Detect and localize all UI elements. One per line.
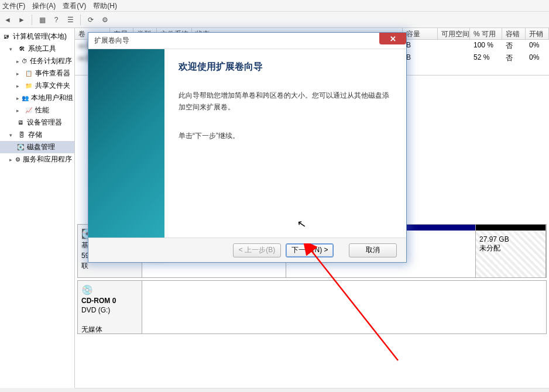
tree-label: 本地用户和组 [31,93,73,103]
tools-icon: 🛠 [18,45,26,53]
cell: 0% [526,41,549,51]
tree-label: 服务和应用程序 [23,154,72,164]
menu-file[interactable]: 文件(F) [2,1,25,10]
tree-label: 计算机管理(本地) [13,32,67,42]
expander-icon: ▸ [16,108,22,114]
toolbar: ◄ ► ▦ ? ☰ ⟳ ⚙ [0,12,549,28]
cell [438,41,470,51]
tree-label: 设备管理器 [27,118,62,128]
status-bar [75,388,549,392]
col-pct[interactable]: % 可用 [470,28,502,39]
cdrom-name: CD-ROM 0 [81,297,138,305]
storage-icon: 🗄 [18,131,26,139]
menu-action[interactable]: 操作(A) [32,1,56,10]
list-icon[interactable]: ☰ [65,15,76,25]
partition-status: 未分配 [479,243,542,253]
tree-label: 系统工具 [28,44,56,54]
cdrom-row: 💿 CD-ROM 0 DVD (G:) 无媒体 [77,280,547,334]
wizard-paragraph: 单击“下一步”继续。 [179,130,392,142]
cdrom-icon: 💿 [81,284,138,295]
clock-icon: ⏱ [22,57,28,66]
dialog-title: 扩展卷向导 [94,36,129,46]
dialog-titlebar[interactable]: 扩展卷向导 ✕ [88,33,406,49]
tree-label: 共享文件夹 [35,81,70,91]
expander-icon: ▸ [16,83,22,89]
cdrom-drive: DVD (G:) [81,306,138,314]
cdrom-status: 无媒体 [81,325,138,335]
partition-bar [476,225,545,231]
menu-help[interactable]: 帮助(H) [93,1,117,10]
separator [80,15,81,25]
tree-label: 任务计划程序 [30,56,72,66]
col-cap[interactable]: 容量 [403,28,438,39]
expander-icon: ▸ [16,95,19,101]
device-icon: 🖥 [16,119,25,127]
cell: B [403,53,438,63]
col-over[interactable]: 开销 [526,28,549,39]
partition-size: 27.97 GB [479,235,542,243]
properties-icon[interactable]: ▦ [37,15,47,25]
cell: 0% [526,53,549,63]
close-button[interactable]: ✕ [379,33,406,44]
col-free[interactable]: 可用空间 [438,28,470,39]
partition-unallocated[interactable]: 27.97 GB 未分配 [476,225,546,277]
col-fault[interactable]: 容错 [502,28,526,39]
tree-services[interactable]: ▸⚙服务和应用程序 [0,153,74,166]
expander-icon: ▾ [9,132,15,138]
nav-fwd-icon[interactable]: ► [16,15,27,25]
separator [32,15,32,25]
extend-volume-wizard: 扩展卷向导 ✕ 欢迎使用扩展卷向导 此向导帮助您增加简单卷和跨区卷的大小。您可以… [88,32,407,263]
cell: 否 [502,53,526,63]
perf-icon: 📈 [25,106,33,115]
tree-systools[interactable]: ▾🛠系统工具 [0,43,74,55]
cell [438,53,470,63]
cell: 100 % [470,41,502,51]
cdrom-label[interactable]: 💿 CD-ROM 0 DVD (G:) 无媒体 [78,281,142,333]
nav-back-icon[interactable]: ◄ [2,15,13,25]
refresh-icon[interactable]: ⟳ [85,15,96,25]
disk-icon: 💽 [16,143,25,152]
cancel-button[interactable]: 取消 [349,243,397,257]
tree-label: 事件查看器 [35,68,70,78]
expander-icon: ▾ [9,46,15,52]
wizard-content: 欢迎使用扩展卷向导 此向导帮助您增加简单卷和跨区卷的大小。您可以通过从其他磁盘添… [164,49,406,238]
cell: 52 % [470,53,502,63]
cell: B [403,41,438,51]
menu-view[interactable]: 查看(V) [63,1,86,10]
expander-icon: ▸ [16,59,19,64]
tree-diskmgmt[interactable]: 💽磁盘管理 [0,141,74,153]
expander-icon: ▸ [16,71,22,77]
folder-icon: 📁 [25,82,33,90]
wizard-sidebar-image [88,49,164,238]
tree-shared[interactable]: ▸📁共享文件夹 [0,80,74,92]
tree-storage[interactable]: ▾🗄存储 [0,129,74,141]
tree-root[interactable]: 🖳计算机管理(本地) [0,30,74,43]
next-button[interactable]: 下一步(N) > [286,243,334,257]
expander-icon: ▸ [9,157,13,163]
wizard-paragraph: 此向导帮助您增加简单卷和跨区卷的大小。您可以通过从其他磁盘添加空间来扩展卷。 [179,90,392,114]
tree-localusers[interactable]: ▸👥本地用户和组 [0,92,74,104]
help-icon[interactable]: ? [51,15,61,25]
tree-label: 磁盘管理 [27,142,55,152]
back-button: < 上一步(B) [233,243,281,257]
tree-label: 存储 [28,130,42,140]
settings-icon[interactable]: ⚙ [99,15,110,25]
tree-perf[interactable]: ▸📈性能 [0,104,74,116]
tree-eventviewer[interactable]: ▸📋事件查看器 [0,67,74,80]
cell: 否 [502,41,526,51]
menu-bar: 文件(F) 操作(A) 查看(V) 帮助(H) [0,0,549,12]
tree-devmgr[interactable]: 🖥设备管理器 [0,116,74,129]
nav-tree: 🖳计算机管理(本地) ▾🛠系统工具 ▸⏱任务计划程序 ▸📋事件查看器 ▸📁共享文… [0,28,75,388]
services-icon: ⚙ [15,156,20,164]
event-icon: 📋 [25,70,33,78]
wizard-buttonbar: < 上一步(B) 下一步(N) > 取消 [88,238,406,262]
computer-icon: 🖳 [2,33,11,41]
wizard-heading: 欢迎使用扩展卷向导 [179,61,392,73]
users-icon: 👥 [22,94,29,102]
tree-label: 性能 [35,105,49,115]
tree-scheduler[interactable]: ▸⏱任务计划程序 [0,55,74,67]
